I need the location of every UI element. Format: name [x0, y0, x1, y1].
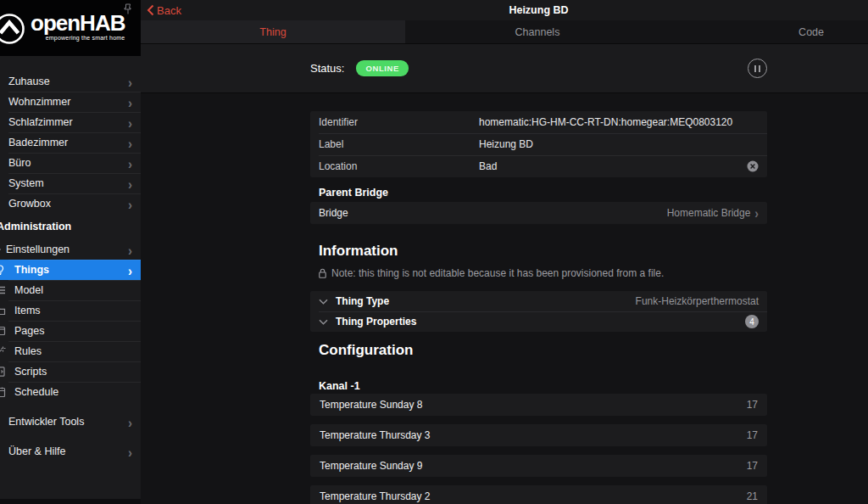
- thing-details-content: Identifier homematic:HG-HM-CC-RT-DN:home…: [141, 93, 868, 504]
- param-label: Temperature Thursday 3: [320, 429, 431, 441]
- chevron-right-icon: ›: [128, 262, 132, 277]
- config-param-row[interactable]: Temperature Sunday 8 17: [310, 394, 767, 416]
- sidebar-item-label: Things: [14, 264, 49, 276]
- sidebar-item-rules[interactable]: Rules: [0, 341, 141, 361]
- identifier-label: Identifier: [319, 116, 479, 128]
- status-badge: ONLINE: [356, 60, 409, 76]
- note-text: Note: this thing is not editable because…: [331, 267, 664, 279]
- sidebar-item-scripts[interactable]: Scripts: [0, 361, 141, 382]
- location-value: Bad: [479, 160, 497, 172]
- sidebar-item-label: Wohnzimmer: [8, 96, 70, 108]
- sidebar-item-label: Über & Hilfe: [8, 445, 65, 457]
- param-value: 17: [747, 429, 758, 441]
- label-row[interactable]: Label Heizung BD: [310, 133, 767, 155]
- sidebar-item-zuhause[interactable]: Zuhause›: [0, 71, 141, 92]
- thing-type-accordion[interactable]: Thing Type Funk-Heizkörperthermostat: [310, 291, 767, 311]
- param-value: 17: [747, 460, 758, 472]
- chevron-down-icon: [319, 299, 328, 305]
- openhab-logo-icon: [0, 12, 26, 46]
- chevron-left-icon: [147, 4, 154, 16]
- thing-type-label: Thing Type: [336, 295, 389, 307]
- sidebar-item-schlafzimmer[interactable]: Schlafzimmer›: [0, 112, 141, 132]
- sidebar-item-label: Scripts: [14, 366, 47, 378]
- chevron-right-icon: ›: [128, 444, 132, 458]
- sidebar-item-system[interactable]: System›: [0, 173, 141, 193]
- sidebar-item-wohnzimmer[interactable]: Wohnzimmer›: [0, 92, 141, 112]
- sidebar-item-label: Schedule: [14, 386, 58, 398]
- param-label: Temperature Sunday 8: [320, 399, 422, 411]
- location-row[interactable]: Location Bad: [310, 155, 767, 177]
- thing-properties-accordion[interactable]: Thing Properties 4: [310, 311, 767, 332]
- back-label: Back: [157, 4, 181, 17]
- sidebar-item-badezimmer[interactable]: Badezimmer›: [0, 132, 141, 153]
- sidebar-item-einstellungen[interactable]: Einstellungen›: [0, 239, 141, 260]
- folder-icon: [0, 305, 14, 316]
- label-label: Label: [319, 138, 479, 150]
- gear-icon: [0, 244, 6, 255]
- sidebar-item-growbox[interactable]: Growbox›: [0, 193, 141, 214]
- config-param-row[interactable]: Temperature Sunday 9 17: [310, 455, 767, 477]
- sidebar-item-entwickler-tools[interactable]: Entwickler Tools›: [0, 412, 141, 432]
- lock-icon: [319, 268, 326, 278]
- configuration-heading: Configuration: [319, 342, 767, 359]
- back-button[interactable]: Back: [147, 0, 181, 20]
- sidebar-item-items[interactable]: Items: [0, 300, 141, 321]
- chevron-right-icon: ›: [128, 242, 132, 256]
- parent-bridge-title: Parent Bridge: [319, 187, 767, 200]
- tab-bar: Thing Channels Code: [141, 20, 868, 44]
- param-label: Temperature Sunday 9: [320, 460, 422, 472]
- sidebar-item-label: Growbox: [8, 198, 51, 210]
- sidebar-item-label: Items: [14, 305, 41, 316]
- chevron-right-icon: ›: [128, 196, 132, 210]
- lightbulb-icon: [0, 264, 14, 276]
- sidebar-item-label: System: [8, 177, 44, 189]
- logo-tagline: empowering the smart home: [31, 35, 125, 41]
- properties-count-badge: 4: [745, 315, 759, 328]
- chevron-down-icon: [319, 319, 328, 325]
- identifier-row: Identifier homematic:HG-HM-CC-RT-DN:home…: [310, 111, 767, 133]
- sidebar-item-buero[interactable]: Büro›: [0, 153, 141, 173]
- openhab-logo: openHAB empowering the smart home: [0, 12, 125, 46]
- location-label: Location: [319, 160, 479, 172]
- top-navbar: Back Heizung BD: [141, 0, 868, 20]
- sidebar-item-label: Rules: [14, 345, 42, 357]
- config-param-row[interactable]: Temperature Thursday 2 21: [310, 485, 767, 504]
- bridge-row[interactable]: Bridge Homematic Bridge ›: [310, 202, 767, 224]
- chevron-right-icon: ›: [128, 155, 132, 170]
- logo-title: openHAB: [31, 12, 125, 34]
- sidebar-item-label: Pages: [14, 325, 44, 337]
- thing-info-card: Identifier homematic:HG-HM-CC-RT-DN:home…: [310, 111, 767, 177]
- sidebar-item-pages[interactable]: Pages: [0, 321, 141, 341]
- information-card: Thing Type Funk-Heizkörperthermostat Thi…: [310, 291, 767, 332]
- sidebar-section-administration: Administration: [0, 221, 129, 232]
- pause-icon: [754, 65, 756, 72]
- sidebar-admin-group: Einstellungen› Things› Model Items: [0, 239, 141, 402]
- sidebar-item-label: Einstellungen: [6, 244, 70, 255]
- pause-button[interactable]: [748, 59, 767, 78]
- sidebar-item-schedule[interactable]: Schedule: [0, 382, 141, 402]
- chevron-right-icon: ›: [128, 74, 132, 88]
- sidebar-item-label: Zuhause: [8, 76, 50, 87]
- sidebar-item-label: Entwickler Tools: [8, 416, 84, 428]
- sidebar-logo-area: openHAB empowering the smart home: [0, 0, 141, 56]
- sidebar-item-things[interactable]: Things›: [0, 260, 141, 280]
- param-label: Temperature Thursday 2: [320, 490, 431, 502]
- sidebar-rooms-group: Zuhause› Wohnzimmer› Schlafzimmer› Badez…: [0, 71, 141, 214]
- sidebar-item-ueber-hilfe[interactable]: Über & Hilfe›: [0, 441, 141, 462]
- chevron-right-icon: ›: [128, 135, 132, 149]
- channel-group-title: Kanal -1: [319, 380, 767, 393]
- tab-thing[interactable]: Thing: [141, 20, 405, 43]
- status-label: Status:: [310, 62, 344, 75]
- window-icon: [0, 325, 14, 337]
- not-editable-note: Note: this thing is not editable because…: [319, 267, 767, 279]
- list-icon: [0, 284, 14, 296]
- tab-channels[interactable]: Channels: [405, 20, 670, 43]
- status-bar: Status: ONLINE: [141, 44, 868, 93]
- config-param-row[interactable]: Temperature Thursday 3 17: [310, 424, 767, 446]
- clear-icon[interactable]: [747, 160, 759, 172]
- sidebar-item-model[interactable]: Model: [0, 280, 141, 300]
- wand-icon: [0, 345, 14, 357]
- identifier-value: homematic:HG-HM-CC-RT-DN:homegear:MEQ080…: [479, 116, 732, 128]
- tab-code[interactable]: Code: [670, 20, 868, 43]
- chevron-right-icon: ›: [128, 176, 132, 190]
